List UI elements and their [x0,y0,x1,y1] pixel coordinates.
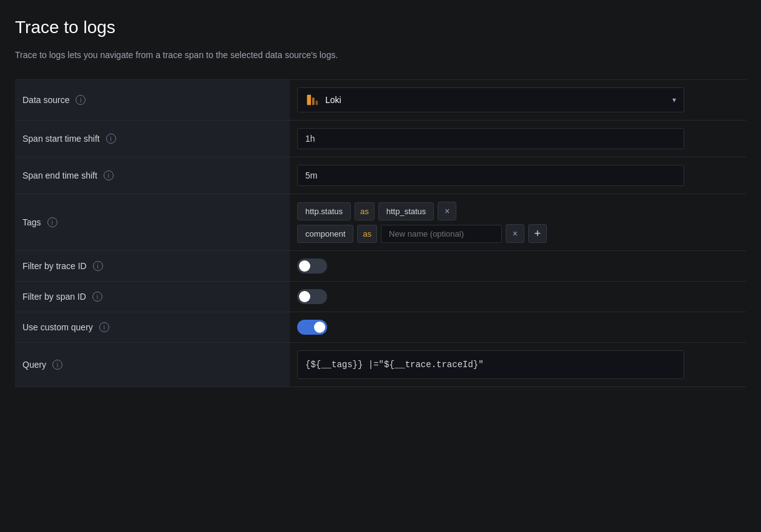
filter-trace-label: Filter by trace ID [22,261,87,271]
custom-query-toggle[interactable] [297,320,327,335]
filter-trace-label-cell: Filter by trace ID i [15,251,290,282]
filter-trace-row: Filter by trace ID i [15,251,746,282]
loki-icon [305,93,319,107]
datasource-value-cell: Loki ▾ [290,80,746,121]
chevron-down-icon: ▾ [672,96,676,104]
svg-rect-0 [307,95,311,106]
query-info-icon[interactable]: i [52,360,62,370]
tags-label-cell: Tags i [15,194,290,251]
span-end-label-cell: Span end time shift i [15,157,290,194]
query-row: Query i [15,343,746,387]
span-start-value-cell [290,121,746,157]
tag-as-2: as [357,225,377,243]
svg-rect-2 [316,101,318,105]
filter-span-thumb [299,291,310,302]
span-start-label: Span start time shift [22,134,100,144]
tags-container: http.status as http_status × component a… [297,202,739,243]
tag-as-1: as [355,202,375,220]
tags-row: Tags i http.status as http_status × comp… [15,194,746,251]
tag-row-2: component as × + [297,224,739,243]
custom-query-row: Use custom query i [15,312,746,343]
page-title: Trace to logs [15,17,746,37]
datasource-label: Data source [22,95,69,105]
datasource-value-label: Loki [325,95,672,105]
tags-value-cell: http.status as http_status × component a… [290,194,746,251]
custom-query-label-cell: Use custom query i [15,312,290,343]
filter-trace-info-icon[interactable]: i [93,261,103,271]
span-end-input[interactable] [297,165,684,186]
span-start-input[interactable] [297,128,684,149]
datasource-label-cell: Data source i [15,80,290,121]
filter-trace-thumb [299,260,310,272]
query-value-cell [290,343,746,387]
span-end-label: Span end time shift [22,170,97,180]
custom-query-thumb [314,322,325,333]
custom-query-value-cell [290,312,746,343]
span-end-row: Span end time shift i [15,157,746,194]
tag-value-input-2[interactable] [381,225,502,243]
tag-add-button[interactable]: + [528,224,547,243]
query-input[interactable] [297,350,684,379]
span-start-label-cell: Span start time shift i [15,121,290,157]
filter-span-toggle[interactable] [297,289,327,304]
span-start-row: Span start time shift i [15,121,746,157]
datasource-row: Data source i Loki ▾ [15,80,746,121]
query-label-cell: Query i [15,343,290,387]
query-label: Query [22,360,46,370]
span-end-info-icon[interactable]: i [104,170,114,180]
filter-span-info-icon[interactable]: i [92,292,102,302]
span-start-info-icon[interactable]: i [106,134,116,144]
filter-trace-value-cell [290,251,746,282]
settings-form: Data source i Loki ▾ [15,79,746,387]
tag-key-1: http.status [297,202,351,220]
custom-query-label: Use custom query [22,322,93,332]
filter-span-label-cell: Filter by span ID i [15,282,290,312]
tag-remove-2[interactable]: × [506,224,524,243]
filter-trace-toggle[interactable] [297,259,327,273]
span-end-value-cell [290,157,746,194]
datasource-info-icon[interactable]: i [76,95,86,105]
page-description: Trace to logs lets you navigate from a t… [15,49,746,62]
filter-span-row: Filter by span ID i [15,282,746,312]
filter-span-label: Filter by span ID [22,292,86,302]
tags-info-icon[interactable]: i [47,217,57,227]
tag-value-1: http_status [378,202,435,220]
svg-rect-1 [312,97,315,105]
tag-key-2: component [297,225,353,243]
tag-remove-1[interactable]: × [438,202,456,220]
datasource-select[interactable]: Loki ▾ [297,87,684,112]
filter-span-value-cell [290,282,746,312]
tags-label: Tags [22,217,41,227]
custom-query-info-icon[interactable]: i [99,322,109,332]
tag-row-1: http.status as http_status × [297,202,739,220]
